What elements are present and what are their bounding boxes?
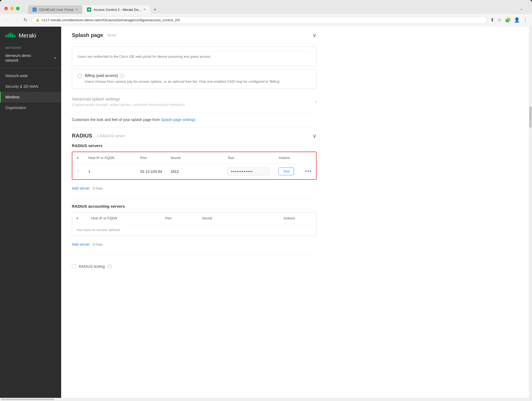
radius-section: RADIUS 1 RADIUS server ∨ RADIUS servers … <box>72 127 317 273</box>
sidebar-divider <box>0 68 61 68</box>
splash-page-title-group: Splash page None <box>72 32 116 38</box>
accounting-add-server-link[interactable]: Add server <box>72 242 90 247</box>
advanced-splash-content: Advanced splash settings (Captive portal… <box>72 97 185 107</box>
forward-button[interactable]: → <box>13 16 20 24</box>
menu-icon[interactable]: ⋮ <box>523 17 528 23</box>
tab-idemeum-label: IDEMEUM User Portal <box>39 8 73 12</box>
network-name: idemeum demonetwork <box>5 53 31 63</box>
sidebar-item-organization[interactable]: Organization <box>0 102 61 113</box>
test-button[interactable]: Test <box>279 168 294 175</box>
tab-meraki-label: Access Control 2 - Meraki Da... <box>93 8 141 12</box>
accounting-table-header-row: # Host IP or FQDN Port Secret Actions <box>72 212 316 224</box>
billing-option-box: Billing (paid access) i Users choose fro… <box>72 69 317 89</box>
billing-radio[interactable] <box>77 74 82 78</box>
new-tab-button[interactable]: + <box>151 5 159 14</box>
accounting-servers-title: RADIUS accounting servers <box>72 204 317 208</box>
col-host-header: Host IP or FQDN <box>84 152 136 164</box>
radius-add-server-row: Add server 3 max. <box>72 183 317 196</box>
splash-page-settings-link[interactable]: Splash page settings. <box>161 118 197 122</box>
reload-button[interactable]: ↻ <box>22 16 28 24</box>
splash-page-section-header[interactable]: Splash page None ∨ <box>72 27 317 44</box>
accounting-table-body: You have no servers defined <box>72 224 316 236</box>
col-port-header: Port <box>136 152 166 164</box>
radius-row1-host: 52.13.103.94 <box>136 164 166 179</box>
browser-toolbar-icons: ⬆ ☆ 🧩 👤 ⋮ <box>490 17 528 23</box>
content-inner: Splash page None ∨ Users are redirected … <box>61 27 327 283</box>
vertical-scrollbar-thumb[interactable] <box>529 106 531 128</box>
radius-testing-info-icon[interactable]: i <box>107 264 112 269</box>
radius-table-body: ⠿ 1 52.13.103.94 1812 <box>72 164 316 179</box>
secret-field[interactable]: •••••••••••• <box>227 168 270 176</box>
minimize-button[interactable] <box>10 7 14 10</box>
radius-add-server-link[interactable]: Add server <box>72 186 90 190</box>
sidebar-logo: Meraki <box>0 27 61 44</box>
acc-col-hash-header: # <box>72 212 87 224</box>
sidebar-item-network-wide[interactable]: Network-wide <box>0 70 61 81</box>
back-button[interactable]: ← <box>4 16 11 24</box>
url-text: n117.meraki.com/idemeum-demo-net/n/GtUwm… <box>42 18 483 22</box>
svg-rect-0 <box>5 35 7 37</box>
col-hash-header: # <box>72 152 84 164</box>
radius-row1-test: Test <box>274 164 301 179</box>
billing-info-icon[interactable]: i <box>120 74 124 78</box>
advanced-splash-row[interactable]: Advanced splash settings (Captive portal… <box>72 91 317 112</box>
meraki-logo-text: Meraki <box>19 32 36 39</box>
radius-servers-table-wrapper: # Host IP or FQDN Port Secret Test Actio… <box>72 152 317 180</box>
accounting-no-servers-row: You have no servers defined <box>72 224 316 236</box>
acc-col-secret-header: Secret <box>198 212 279 224</box>
acc-col-port-header: Port <box>161 212 198 224</box>
svg-rect-2 <box>10 33 11 37</box>
extensions-icon[interactable]: 🧩 <box>505 17 511 23</box>
advanced-splash-arrow-icon: › <box>315 99 317 105</box>
radius-server-row-1: ⠿ 1 52.13.103.94 1812 <box>72 164 316 179</box>
network-dropdown-arrow: ▾ <box>54 56 56 60</box>
sidebar: Meraki NETWORK idemeum demonetwork ▾ Net… <box>0 27 61 398</box>
customize-row: Customize the look and feel of your spla… <box>72 112 317 127</box>
tabs-bar: IDEMEUM User Portal × M Access Control 2… <box>24 5 517 14</box>
radius-table-header-row: # Host IP or FQDN Port Secret Test Actio… <box>72 152 316 164</box>
close-button[interactable] <box>4 7 8 10</box>
radius-row1-port: 1812 <box>166 164 223 179</box>
more-actions-button[interactable]: ••• <box>305 169 312 174</box>
radius-add-server-max: 3 max. <box>93 186 104 190</box>
accounting-add-server-row: Add server 3 max. <box>72 240 317 252</box>
drag-handle-icon[interactable]: ⠿ <box>77 169 80 174</box>
radius-testing-checkbox[interactable] <box>72 264 76 269</box>
radius-row1-drag[interactable]: ⠿ <box>72 164 84 179</box>
profile-icon[interactable]: 👤 <box>514 17 520 23</box>
horizontal-scrollbar-track[interactable] <box>0 398 532 401</box>
title-bar: IDEMEUM User Portal × M Access Control 2… <box>0 0 532 14</box>
accounting-table-head: # Host IP or FQDN Port Secret Actions <box>72 212 316 224</box>
radius-testing-label: RADIUS testing <box>79 264 105 269</box>
acc-col-actions-header: Actions <box>279 212 316 224</box>
billing-option-row: Billing (paid access) i Users choose fro… <box>77 73 311 84</box>
share-icon[interactable]: ⬆ <box>490 17 494 23</box>
splash-page-subtitle: None <box>107 33 116 37</box>
radius-chevron-icon: ∨ <box>313 133 317 139</box>
app-container: Meraki NETWORK idemeum demonetwork ▾ Net… <box>0 27 532 398</box>
radius-section-header[interactable]: RADIUS 1 RADIUS server ∨ <box>72 133 317 143</box>
tab-idemeum[interactable]: IDEMEUM User Portal × <box>28 5 82 14</box>
network-section-label: NETWORK <box>0 44 61 51</box>
nav-buttons: ← → ↻ <box>4 16 28 24</box>
col-actions-header: Actions <box>274 152 301 164</box>
url-bar[interactable]: 🔒 n117.meraki.com/idemeum-demo-net/n/GtU… <box>32 16 487 24</box>
radius-table-head: # Host IP or FQDN Port Secret Test Actio… <box>72 152 316 164</box>
tab-meraki[interactable]: M Access Control 2 - Meraki Da... × <box>83 5 150 14</box>
radius-row1-actions: ••• <box>301 164 316 179</box>
accounting-no-servers-text: You have no servers defined <box>72 224 316 236</box>
main-content: Splash page None ∨ Users are redirected … <box>61 27 532 398</box>
sidebar-item-security-sdwan[interactable]: Security & SD-WAN <box>0 81 61 92</box>
sidebar-item-wireless[interactable]: Wireless <box>0 92 61 102</box>
col-secret-header: Secret <box>166 152 223 164</box>
horizontal-scrollbar-thumb[interactable] <box>1 399 54 400</box>
col-test-header: Test <box>223 152 274 164</box>
svg-rect-4 <box>14 35 15 37</box>
maximize-button[interactable] <box>16 7 20 10</box>
vertical-scrollbar-track[interactable] <box>529 27 532 398</box>
network-selector[interactable]: idemeum demonetwork ▾ <box>0 51 61 65</box>
bookmark-icon[interactable]: ☆ <box>497 17 502 23</box>
tab-idemeum-close[interactable]: × <box>76 7 78 12</box>
browser-chrome: IDEMEUM User Portal × M Access Control 2… <box>0 0 532 27</box>
tab-meraki-close[interactable]: × <box>143 7 146 12</box>
